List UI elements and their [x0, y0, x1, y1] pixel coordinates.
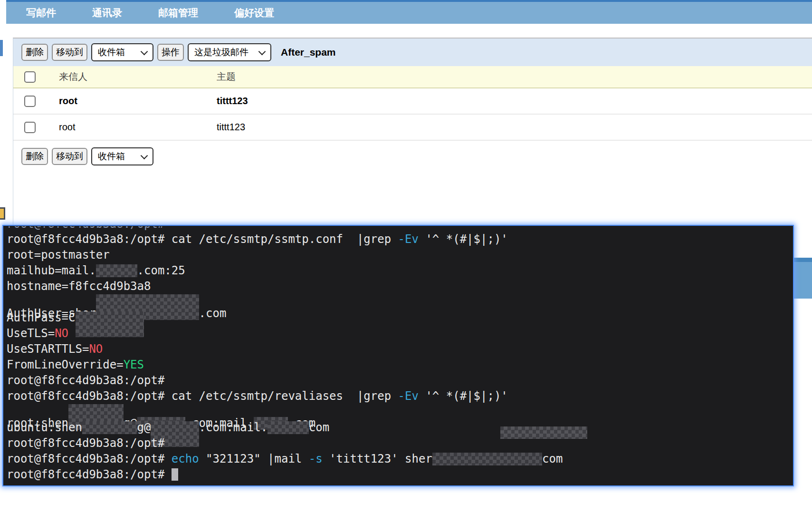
nav-item-mailboxes[interactable]: 邮箱管理: [158, 6, 198, 19]
chevron-down-icon: [141, 152, 148, 159]
redacted-text: [76, 311, 144, 337]
row-checkbox[interactable]: [24, 122, 36, 133]
terminal-line: root@f8fcc4d9b3a8:/opt# cat /etc/ssmtp/s…: [7, 232, 793, 247]
terminal-line: root@f8fcc4d9b3a8:/opt# cat /etc/ssmtp/r…: [7, 388, 793, 404]
delete-button[interactable]: 删除: [21, 44, 48, 61]
redaction-fragment: [500, 426, 587, 439]
terminal-line: UseSTARTTLS=NO: [7, 341, 793, 357]
chevron-down-icon: [141, 48, 148, 55]
terminal-output: root@f8fcc4d9b3a8:/opt#root@f8fcc4d9b3a8…: [3, 226, 793, 483]
terminal-line: mailhub=mail..com:25: [7, 263, 793, 279]
folder-select-value: 收件箱: [98, 46, 125, 58]
mail-table-header: 来信人 主题: [13, 66, 812, 88]
mail-row-read[interactable]: root tittt123: [13, 115, 812, 141]
action-button[interactable]: 操作: [157, 44, 184, 61]
spam-select-value: 这是垃圾邮件: [194, 46, 248, 58]
mail-toolbar-bottom: 删除 移动到 收件箱: [13, 147, 812, 165]
spam-action-select[interactable]: 这是垃圾邮件: [188, 43, 271, 61]
mail-from[interactable]: root: [59, 122, 217, 133]
terminal-line: FromLineOverride=YES: [7, 357, 793, 373]
redacted-text: [432, 453, 542, 465]
terminal-line: root:sheng@.com:mail..com: [7, 404, 793, 420]
terminal-line: AuthPass=C: [7, 310, 793, 326]
header-subject: 主题: [217, 70, 812, 83]
top-navigation: 写邮件 通讯录 邮箱管理 偏好设置: [6, 0, 812, 24]
terminal-line: hostname=f8fcc4d9b3a8: [7, 279, 793, 294]
mail-row-unread[interactable]: root tittt123: [13, 88, 812, 115]
terminal-cursor: [172, 468, 178, 481]
chevron-down-icon: [258, 48, 266, 55]
terminal-line: root@f8fcc4d9b3a8:/opt# echo "321123" |m…: [7, 451, 793, 467]
left-edge-blue-tab: [0, 40, 3, 56]
mail-subject[interactable]: tittt123: [217, 122, 812, 133]
redacted-text: [267, 421, 309, 434]
mail-toolbar-top: 删除 移动到 收件箱 操作 这是垃圾邮件 After_spam: [13, 39, 812, 66]
nav-item-preferences[interactable]: 偏好设置: [234, 6, 274, 19]
background-window-fragment: [0, 207, 5, 220]
terminal-line: root@f8fcc4d9b3a8:/opt#: [7, 373, 793, 388]
folder-select[interactable]: 收件箱: [91, 147, 153, 165]
terminal-line: root@f8fcc4d9b3a8:/opt#: [7, 226, 793, 232]
terminal-line: root@f8fcc4d9b3a8:/opt#: [7, 436, 793, 451]
nav-items: 写邮件 通讯录 邮箱管理 偏好设置: [26, 2, 274, 24]
terminal-line: AuthUser=sher.com: [7, 294, 793, 310]
move-to-button[interactable]: 移动到: [52, 44, 87, 61]
select-all-checkbox[interactable]: [24, 71, 36, 83]
current-folder-title: After_spam: [281, 47, 336, 58]
terminal-line: root=postmaster: [7, 247, 793, 263]
header-from: 来信人: [59, 70, 217, 83]
background-blue-panel-fragment: [793, 258, 812, 299]
mail-from[interactable]: root: [59, 96, 217, 107]
delete-button[interactable]: 删除: [21, 148, 48, 165]
terminal-line: root@f8fcc4d9b3a8:/opt#: [7, 467, 793, 483]
mail-subject[interactable]: tittt123: [217, 96, 812, 107]
mail-list-panel: 删除 移动到 收件箱 操作 这是垃圾邮件 After_spam 来信人 主题 r…: [13, 38, 812, 225]
redacted-text: [96, 264, 137, 277]
redacted-text: [82, 421, 137, 434]
terminal-window[interactable]: root@f8fcc4d9b3a8:/opt#root@f8fcc4d9b3a8…: [2, 225, 794, 486]
nav-item-compose[interactable]: 写邮件: [26, 6, 56, 19]
terminal-line: ubuntu:sheng@.com:mail.com: [7, 420, 793, 436]
folder-select-value: 收件箱: [98, 150, 125, 163]
folder-select[interactable]: 收件箱: [91, 43, 153, 61]
nav-item-contacts[interactable]: 通讯录: [92, 6, 122, 19]
move-to-button[interactable]: 移动到: [52, 148, 87, 165]
row-checkbox[interactable]: [24, 96, 36, 107]
